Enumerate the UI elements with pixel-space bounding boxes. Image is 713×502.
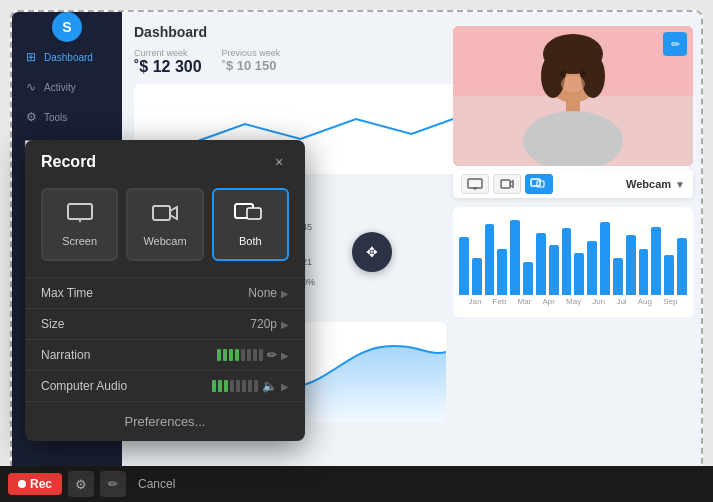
close-dialog-button[interactable]: × [269,152,289,172]
webcam-preview: ✏ [453,26,693,166]
screen-mode-label: Screen [62,235,97,247]
previous-week-stat: Previous week ˚$ 10 150 [222,48,281,76]
vol-seg-8 [259,349,263,361]
cancel-button[interactable]: Cancel [132,473,181,495]
chart-label-item: Jul [616,297,626,306]
size-row: Size 720p ▶ [25,308,305,339]
bar-item [600,222,610,295]
bar-item [562,228,572,295]
vol-seg-1 [217,349,221,361]
activity-icon: ∿ [24,80,38,94]
chart-label-item: May [566,297,581,306]
webcam-mode-label: Webcam [143,235,186,247]
record-dialog-header: Record × [25,140,305,180]
move-handle[interactable]: ✥ [352,232,392,272]
bar-item [574,253,584,295]
size-value: 720p [250,317,277,331]
computer-audio-label: Computer Audio [41,379,212,393]
source-screen-btn[interactable] [461,174,489,194]
svg-rect-19 [68,204,92,219]
audio-volume-bar [212,380,258,392]
bar-item [613,258,623,296]
webcam-edit-button[interactable]: ✏ [663,32,687,56]
bar-chart-container: JanFebMarAprMayJunJulAugSep [453,207,693,317]
audio-seg-6 [242,380,246,392]
bar-item [536,233,546,296]
max-time-arrow[interactable]: ▶ [281,288,289,299]
rec-dot [18,480,26,488]
size-arrow[interactable]: ▶ [281,319,289,330]
max-time-row: Max Time None ▶ [25,277,305,308]
speaker-icon: 🔈 [262,379,277,393]
source-webcam-btn[interactable] [493,174,521,194]
bar-item [497,249,507,295]
bar-item [523,262,533,295]
max-time-value: None [248,286,277,300]
mode-webcam-button[interactable]: Webcam [126,188,203,261]
svg-rect-17 [531,179,540,186]
webcam-source-label: Webcam [626,178,671,190]
both-mode-label: Both [239,235,262,247]
svg-rect-16 [501,180,510,188]
vol-seg-3 [229,349,233,361]
bar-item [485,224,495,295]
preferences-button[interactable]: Preferences... [25,401,305,441]
chart-label-item: Jun [592,297,605,306]
narration-row: Narration ✏ ▶ [25,339,305,370]
vol-seg-5 [241,349,245,361]
webcam-source-bar: Webcam ▼ [453,170,693,198]
source-both-btn[interactable] [525,174,553,194]
bar-item [664,255,674,295]
max-time-label: Max Time [41,286,248,300]
chart-label-item: Feb [493,297,507,306]
annotate-button[interactable]: ✏ [100,471,126,497]
mode-both-button[interactable]: Both [212,188,289,261]
narration-label: Narration [41,348,217,362]
both-mode-icon [234,202,266,229]
sidebar-item-tools[interactable]: ⚙ Tools [12,102,122,132]
narration-arrow[interactable]: ▶ [281,350,289,361]
audio-seg-3 [224,380,228,392]
size-label: Size [41,317,250,331]
bar-item [651,227,661,295]
mode-screen-button[interactable]: Screen [41,188,118,261]
logo: S [52,12,82,42]
current-week-stat: Current week ˚$ 12 300 [134,48,202,76]
bar-item [626,235,636,295]
bar-item [549,245,559,295]
audio-seg-7 [248,380,252,392]
vol-seg-4 [235,349,239,361]
computer-audio-row: Computer Audio 🔈 ▶ [25,370,305,401]
svg-rect-24 [247,208,261,219]
chart-label-item: Apr [542,297,554,306]
sidebar-item-activity[interactable]: ∿ Activity [12,72,122,102]
rec-button[interactable]: Rec [8,473,62,495]
svg-rect-22 [153,206,170,220]
chart-label-item: Aug [638,297,652,306]
narration-volume-bar [217,349,263,361]
sidebar-item-dashboard[interactable]: ⊞ Dashboard [12,42,122,72]
chart-label-item: Jan [469,297,482,306]
webcam-mode-icon [151,202,179,229]
audio-arrow[interactable]: ▶ [281,381,289,392]
svg-point-11 [560,71,566,78]
tools-icon: ⚙ [24,110,38,124]
record-dialog-title: Record [41,153,96,171]
bar-item [677,238,687,295]
record-dialog: Record × Screen Webcam Both [25,140,305,441]
chart-label-item: Sep [663,297,677,306]
screen-mode-icon [66,202,94,229]
svg-rect-13 [468,179,482,188]
chart-label-item: Mar [518,297,532,306]
bar-item [459,237,469,295]
bottom-bar: Rec ⚙ ✏ Cancel [0,466,713,502]
audio-seg-5 [236,380,240,392]
svg-point-12 [580,71,586,78]
dashboard-icon: ⊞ [24,50,38,64]
audio-seg-2 [218,380,222,392]
webcam-source-arrow[interactable]: ▼ [675,179,685,190]
bar-item [587,241,597,295]
svg-rect-8 [566,98,580,113]
narration-pencil-icon[interactable]: ✏ [267,348,277,362]
settings-button[interactable]: ⚙ [68,471,94,497]
